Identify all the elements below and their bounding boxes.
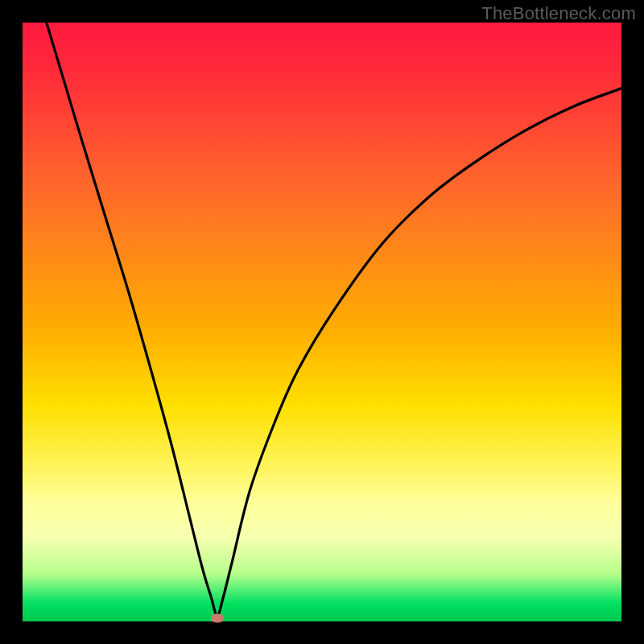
minimum-marker	[211, 613, 224, 622]
bottleneck-curve	[23, 23, 621, 621]
watermark-text: TheBottleneck.com	[481, 3, 636, 24]
chart-area	[23, 23, 621, 621]
